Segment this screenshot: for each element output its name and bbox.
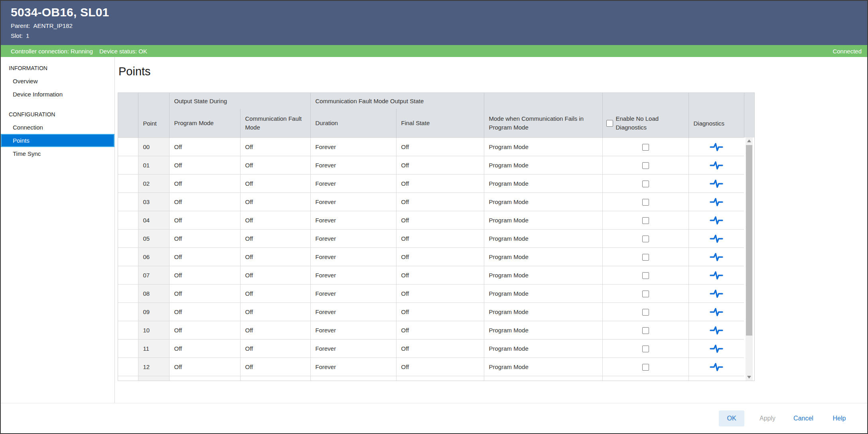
comm-fault-mode-cell[interactable]: Off bbox=[240, 376, 310, 381]
comm-fault-mode-cell[interactable]: Off bbox=[240, 175, 310, 193]
duration-cell[interactable]: Forever bbox=[310, 175, 396, 193]
diagnostics-icon[interactable] bbox=[710, 308, 723, 316]
final-state-cell[interactable]: Off bbox=[396, 230, 484, 248]
no-load-checkbox[interactable] bbox=[642, 309, 649, 316]
program-mode-cell[interactable]: Off bbox=[169, 340, 240, 358]
row-selector-cell[interactable] bbox=[118, 285, 138, 303]
no-load-checkbox[interactable] bbox=[642, 272, 649, 279]
duration-cell[interactable]: Forever bbox=[310, 248, 396, 266]
final-state-cell[interactable]: Off bbox=[396, 156, 484, 175]
sidebar-item-overview[interactable]: Overview bbox=[1, 75, 114, 88]
scrollbar-thumb[interactable] bbox=[746, 145, 752, 336]
diagnostics-icon[interactable] bbox=[710, 198, 723, 206]
program-mode-cell[interactable]: Off bbox=[169, 248, 240, 266]
program-mode-cell[interactable]: Off bbox=[169, 211, 240, 230]
final-state-cell[interactable]: Off bbox=[396, 303, 484, 321]
comm-fault-mode-cell[interactable]: Off bbox=[240, 358, 310, 376]
point-cell[interactable]: 03 bbox=[138, 193, 169, 211]
no-load-checkbox[interactable] bbox=[642, 144, 649, 151]
program-mode-cell[interactable]: Off bbox=[169, 266, 240, 285]
help-button[interactable]: Help bbox=[827, 410, 852, 426]
cancel-button[interactable]: Cancel bbox=[791, 410, 816, 426]
duration-cell[interactable]: Forever bbox=[310, 340, 396, 358]
mode-when-comm-fails-cell[interactable]: Program Mode bbox=[484, 285, 602, 303]
row-selector-cell[interactable] bbox=[118, 266, 138, 285]
duration-cell[interactable]: Forever bbox=[310, 211, 396, 230]
mode-when-comm-fails-cell[interactable]: Program Mode bbox=[484, 340, 602, 358]
diagnostics-icon[interactable] bbox=[710, 179, 723, 188]
diagnostics-icon[interactable] bbox=[710, 363, 723, 371]
point-cell[interactable]: 00 bbox=[138, 138, 169, 156]
duration-cell[interactable]: Forever bbox=[310, 266, 396, 285]
point-cell[interactable]: 07 bbox=[138, 266, 169, 285]
no-load-checkbox[interactable] bbox=[642, 199, 649, 206]
apply-button[interactable]: Apply bbox=[755, 410, 780, 426]
point-cell[interactable]: 11 bbox=[138, 340, 169, 358]
row-selector-cell[interactable] bbox=[118, 321, 138, 340]
no-load-checkbox[interactable] bbox=[642, 254, 649, 261]
final-state-cell[interactable]: Off bbox=[396, 138, 484, 156]
program-mode-cell[interactable]: Off bbox=[169, 321, 240, 340]
final-state-cell[interactable]: Off bbox=[396, 266, 484, 285]
sidebar-item-time-sync[interactable]: Time Sync bbox=[1, 147, 114, 160]
sidebar-item-device-information[interactable]: Device Information bbox=[1, 88, 114, 101]
no-load-checkbox[interactable] bbox=[642, 346, 649, 352]
no-load-checkbox[interactable] bbox=[642, 217, 649, 224]
row-selector-cell[interactable] bbox=[118, 230, 138, 248]
diagnostics-icon[interactable] bbox=[710, 216, 723, 225]
point-cell[interactable]: 04 bbox=[138, 211, 169, 230]
final-state-cell[interactable]: Off bbox=[396, 211, 484, 230]
mode-when-comm-fails-cell[interactable]: Program Mode bbox=[484, 175, 602, 193]
row-selector-cell[interactable] bbox=[118, 376, 138, 381]
duration-cell[interactable]: Forever bbox=[310, 303, 396, 321]
duration-cell[interactable]: Forever bbox=[310, 376, 396, 381]
row-selector-cell[interactable] bbox=[118, 303, 138, 321]
diagnostics-icon[interactable] bbox=[710, 143, 723, 151]
comm-fault-mode-cell[interactable]: Off bbox=[240, 193, 310, 211]
comm-fault-mode-cell[interactable]: Off bbox=[240, 285, 310, 303]
comm-fault-mode-cell[interactable]: Off bbox=[240, 340, 310, 358]
no-load-checkbox[interactable] bbox=[642, 291, 649, 297]
no-load-checkbox[interactable] bbox=[642, 364, 649, 371]
program-mode-cell[interactable]: Off bbox=[169, 193, 240, 211]
diagnostics-icon[interactable] bbox=[710, 344, 723, 353]
program-mode-cell[interactable]: Off bbox=[169, 175, 240, 193]
diagnostics-icon[interactable] bbox=[710, 289, 723, 298]
duration-cell[interactable]: Forever bbox=[310, 138, 396, 156]
diagnostics-icon[interactable] bbox=[710, 234, 723, 243]
final-state-cell[interactable]: Off bbox=[396, 358, 484, 376]
program-mode-cell[interactable]: Off bbox=[169, 303, 240, 321]
row-selector-cell[interactable] bbox=[118, 358, 138, 376]
scroll-up-button[interactable] bbox=[746, 137, 753, 144]
diagnostics-icon[interactable] bbox=[710, 381, 723, 381]
program-mode-cell[interactable]: Off bbox=[169, 156, 240, 175]
diagnostics-icon[interactable] bbox=[710, 271, 723, 280]
no-load-checkbox[interactable] bbox=[642, 181, 649, 187]
mode-when-comm-fails-cell[interactable]: Program Mode bbox=[484, 248, 602, 266]
no-load-checkbox[interactable] bbox=[642, 162, 649, 169]
sidebar-item-points[interactable]: Points bbox=[1, 134, 114, 147]
enable-no-load-header-checkbox[interactable] bbox=[606, 120, 613, 127]
program-mode-cell[interactable]: Off bbox=[169, 285, 240, 303]
duration-cell[interactable]: Forever bbox=[310, 321, 396, 340]
comm-fault-mode-cell[interactable]: Off bbox=[240, 138, 310, 156]
row-selector-cell[interactable] bbox=[118, 340, 138, 358]
comm-fault-mode-cell[interactable]: Off bbox=[240, 266, 310, 285]
ok-button[interactable]: OK bbox=[719, 410, 744, 426]
diagnostics-icon[interactable] bbox=[710, 326, 723, 335]
program-mode-cell[interactable]: Off bbox=[169, 358, 240, 376]
comm-fault-mode-cell[interactable]: Off bbox=[240, 156, 310, 175]
mode-when-comm-fails-cell[interactable]: Program Mode bbox=[484, 266, 602, 285]
duration-cell[interactable]: Forever bbox=[310, 358, 396, 376]
scroll-down-button[interactable] bbox=[746, 374, 753, 381]
comm-fault-mode-cell[interactable]: Off bbox=[240, 321, 310, 340]
final-state-cell[interactable]: Off bbox=[396, 193, 484, 211]
mode-when-comm-fails-cell[interactable]: Program Mode bbox=[484, 156, 602, 175]
final-state-cell[interactable]: Off bbox=[396, 340, 484, 358]
point-cell[interactable]: 09 bbox=[138, 303, 169, 321]
program-mode-cell[interactable]: Off bbox=[169, 138, 240, 156]
mode-when-comm-fails-cell[interactable]: Program Mode bbox=[484, 193, 602, 211]
row-selector-cell[interactable] bbox=[118, 248, 138, 266]
no-load-checkbox[interactable] bbox=[642, 236, 649, 242]
row-selector-cell[interactable] bbox=[118, 156, 138, 175]
